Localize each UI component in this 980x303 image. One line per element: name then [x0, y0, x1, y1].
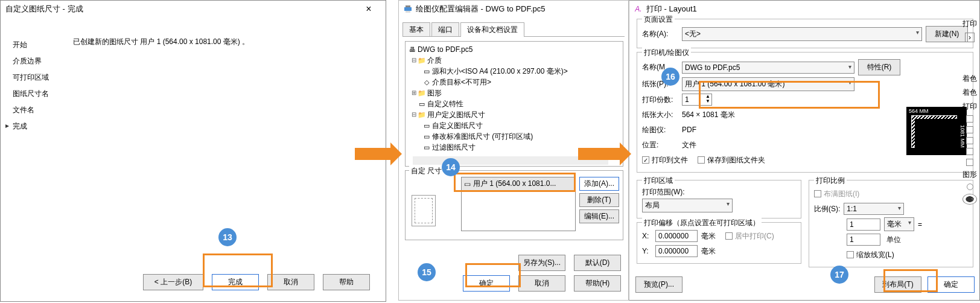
copies-input[interactable]: 1 ▲▼: [682, 94, 712, 106]
properties-button[interactable]: 特性(R): [858, 59, 900, 75]
print-dialog: A. 打印 - Layout1 页面设置 名称(A): <无> 新建(N) 打印…: [629, 0, 980, 301]
delete-button[interactable]: 删除(T): [579, 193, 619, 207]
tree-user-paper[interactable]: 用户定义图纸尺寸: [427, 110, 485, 120]
help-button[interactable]: 帮助: [323, 274, 370, 290]
center-check[interactable]: 居中打印(C): [725, 231, 774, 241]
plotter-label: 绘图仪:: [642, 125, 678, 135]
paper-preview: 564 MM 1081 MM: [906, 107, 967, 155]
paper-thumbnail: [412, 195, 436, 226]
cancel-button[interactable]: 取消: [267, 274, 314, 290]
size-label: 纸张大小:: [642, 110, 678, 120]
page-icon: ▭: [422, 142, 431, 152]
window-title: 绘图仪配置编辑器 - DWG to PDF.pc5: [416, 4, 623, 14]
copies-label: 打印份数:: [642, 95, 678, 105]
tree-target[interactable]: 介质目标<不可用>: [432, 77, 491, 87]
folder-icon: 📁: [418, 88, 426, 98]
scale1-input[interactable]: 1: [847, 218, 880, 231]
strip-l1: 着色: [962, 74, 977, 84]
tab-ports[interactable]: 端口: [431, 22, 459, 37]
callout-16: 16: [661, 68, 679, 86]
edit-button[interactable]: 编辑(E)...: [579, 209, 619, 223]
window-title: 打印 - Layout1: [646, 4, 975, 14]
saveas-button[interactable]: 另存为(S)...: [518, 255, 565, 271]
spinner-icon[interactable]: ▲▼: [705, 94, 710, 104]
fit-label: 布满图纸(I): [824, 189, 859, 199]
step-file: 文件名: [13, 102, 73, 118]
apply-layout-button[interactable]: 到布局(T): [874, 276, 921, 293]
page-icon: ▭: [422, 121, 431, 130]
help-button[interactable]: 帮助(H): [574, 275, 621, 292]
tree-source-size[interactable]: 源和大小<ISO A4 (210.00 x 297.00 毫米)>: [432, 66, 568, 76]
group-label: 打印机/绘图仪: [642, 48, 691, 58]
chk1[interactable]: [966, 115, 973, 123]
tab-device[interactable]: 设备和文档设置: [460, 22, 524, 37]
titlebar: 自定义图纸尺寸 - 完成 ×: [1, 1, 386, 18]
print-app-icon: A.: [634, 5, 643, 13]
list-item-label: 用户 1 (564.00 x 1081.0...: [473, 179, 556, 189]
step-printable: 可打印区域: [13, 69, 73, 86]
tree-mod-std[interactable]: 修改标准图纸尺寸 (可打印区域): [432, 132, 533, 141]
y-input[interactable]: 0.000000: [655, 245, 698, 257]
scale-select[interactable]: 1:1: [844, 203, 904, 215]
range-select[interactable]: 布局: [642, 199, 733, 212]
scale-lw-check[interactable]: 缩放线宽(L): [847, 250, 894, 260]
tree-custom-paper[interactable]: 自定义图纸尺寸: [432, 121, 483, 130]
tab-general[interactable]: 基本: [402, 22, 430, 37]
list-item[interactable]: ▭ 用户 1 (564.00 x 1081.0...: [462, 177, 575, 190]
ok-button[interactable]: 确定: [928, 276, 975, 293]
callout-13: 13: [218, 228, 237, 246]
scale-group: 打印比例 布满图纸(I) 比例(S): 1:1 1 毫米 = 1: [809, 180, 973, 267]
cancel-button[interactable]: 取消: [518, 275, 565, 292]
defaults-button[interactable]: 默认(D): [574, 255, 621, 271]
finish-button[interactable]: 完成: [212, 274, 259, 290]
callout-17: 17: [830, 266, 848, 284]
tree-filter[interactable]: 过滤图纸尺寸: [432, 142, 476, 152]
fit-check: 布满图纸(I): [814, 189, 859, 199]
add-button[interactable]: 添加(A)...: [579, 177, 619, 191]
printer-select[interactable]: DWG to PDF.pc5: [682, 62, 854, 74]
ok-button[interactable]: 确定: [463, 275, 510, 292]
page-icon: ▭: [422, 132, 431, 141]
save-folder-check[interactable]: 保存到图纸文件夹: [698, 155, 765, 165]
scale2-input[interactable]: 1: [847, 234, 880, 246]
paper-select[interactable]: 用户 1 (564.00 x 1081.00 毫米): [682, 77, 854, 91]
step-finish: 完成: [13, 118, 73, 135]
name-label: 名称(A):: [642, 29, 678, 39]
custom-size-list[interactable]: ▭ 用户 1 (564.00 x 1081.0...: [461, 177, 576, 231]
back-button[interactable]: < 上一步(B): [143, 274, 203, 290]
print-to-file-check[interactable]: ✓打印到文件: [642, 155, 688, 165]
doc-icon: ▭: [418, 99, 426, 109]
radio-1[interactable]: [967, 183, 973, 190]
strip-l3: 打印: [962, 101, 977, 112]
expand-icon[interactable]: ›: [965, 33, 975, 42]
step-media: 介质边界: [13, 53, 73, 69]
location-label: 位置:: [642, 140, 678, 150]
printer-icon: 🖶: [408, 45, 416, 54]
preview-button[interactable]: 预览(P)...: [635, 276, 682, 293]
arrow-2: [578, 148, 620, 160]
range-label: 打印范围(W):: [642, 187, 685, 197]
radio-2[interactable]: [962, 194, 977, 205]
window-title: 自定义图纸尺寸 - 完成: [5, 4, 357, 14]
scale-label: 比例(S):: [814, 204, 840, 214]
tree-custom-props[interactable]: 自定义特性: [427, 99, 463, 109]
x-label: X:: [642, 232, 652, 240]
range-value: 布局: [645, 201, 660, 209]
chk4[interactable]: [966, 148, 973, 155]
step-start: 开始: [13, 37, 73, 53]
scale-lw-label: 缩放线宽(L): [856, 250, 894, 260]
wizard-buttons: < 上一步(B) 完成 取消 帮助: [1, 274, 386, 290]
chk3[interactable]: [966, 137, 973, 144]
page-setup-select[interactable]: <无>: [682, 27, 922, 41]
tree-media[interactable]: 介质: [427, 56, 442, 65]
paper-value: 用户 1 (564.00 x 1081.00 毫米): [685, 80, 784, 88]
tree-root[interactable]: DWG to PDF.pc5: [418, 45, 472, 54]
close-icon[interactable]: ×: [357, 4, 381, 14]
chk2[interactable]: [966, 126, 973, 133]
chk5[interactable]: [966, 159, 973, 166]
unit-select[interactable]: 毫米: [884, 217, 914, 231]
x-input[interactable]: 0.000000: [655, 230, 698, 242]
wizard-steps: 开始 介质边界 可打印区域 图纸尺寸名 文件名 完成: [13, 37, 73, 135]
folder-icon: 📁: [418, 56, 426, 65]
tree-graphics[interactable]: 图形: [427, 88, 442, 98]
